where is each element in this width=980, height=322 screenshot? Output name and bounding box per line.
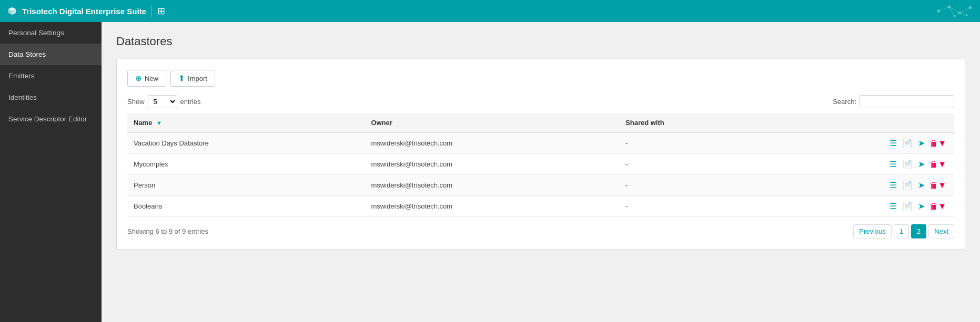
view-list-icon-btn[interactable]: ☰ [888, 201, 898, 211]
sidebar-item-service-descriptor-editor[interactable]: Service Descriptor Editor [0, 108, 102, 130]
topbar-divider [151, 5, 152, 17]
copy-icon-btn[interactable]: 📄 [901, 201, 914, 211]
import-button[interactable]: ⬆ Import [170, 70, 215, 87]
sidebar-item-emitters[interactable]: Emitters [0, 65, 102, 87]
previous-button[interactable]: Previous [853, 224, 892, 238]
share-icon-btn[interactable]: ➤ [916, 159, 926, 169]
cell-owner: mswiderski@trisotech.com [365, 154, 619, 175]
sort-icon: ▼ [156, 120, 162, 126]
svg-line-10 [954, 13, 959, 16]
page-1-button[interactable]: 1 [894, 224, 909, 238]
share-icon-btn[interactable]: ➤ [916, 201, 926, 211]
svg-line-9 [959, 13, 966, 15]
cell-shared-with: - [619, 132, 758, 154]
col-shared-with: Shared with [619, 113, 758, 132]
import-icon: ⬆ [178, 74, 185, 83]
view-list-icon-btn[interactable]: ☰ [888, 159, 898, 169]
cell-actions: ☰ 📄 ➤ 🗑▼ [758, 175, 954, 196]
pagination-summary: Showing 6 to 9 of 9 entries [127, 227, 208, 235]
col-owner: Owner [365, 113, 619, 132]
delete-icon-btn[interactable]: 🗑▼ [928, 160, 948, 169]
app-logo: Trisotech Digital Enterprise Suite [6, 5, 146, 17]
share-icon-btn[interactable]: ➤ [916, 180, 926, 190]
table-row: Vacation Days Datastore mswiderski@triso… [127, 132, 954, 154]
topbar: Trisotech Digital Enterprise Suite ⊞ [0, 0, 980, 22]
svg-line-6 [938, 7, 949, 11]
sidebar-item-personal-settings[interactable]: Personal Settings [0, 22, 102, 44]
sidebar-item-data-stores[interactable]: Data Stores [0, 44, 102, 65]
table-row: Mycomplex mswiderski@trisotech.com - ☰ 📄… [127, 154, 954, 175]
view-list-icon-btn[interactable]: ☰ [888, 180, 898, 190]
table-footer: Showing 6 to 9 of 9 entries Previous 1 2… [127, 224, 954, 238]
cell-shared-with: - [619, 175, 758, 196]
delete-icon-btn[interactable]: 🗑▼ [928, 139, 948, 148]
search-label: Search: [833, 98, 856, 106]
toolbar: ⊕ New ⬆ Import [127, 70, 954, 87]
cell-name: Person [127, 175, 365, 196]
copy-icon-btn[interactable]: 📄 [901, 180, 914, 190]
svg-line-8 [959, 7, 970, 13]
table-row: Booleans mswiderski@trisotech.com - ☰ 📄 … [127, 196, 954, 217]
cell-owner: mswiderski@trisotech.com [365, 175, 619, 196]
cell-actions: ☰ 📄 ➤ 🗑▼ [758, 132, 954, 154]
main-content: Datastores ⊕ New ⬆ Import Show 5 [102, 22, 980, 322]
copy-icon-btn[interactable]: 📄 [901, 138, 914, 148]
sidebar: Personal Settings Data Stores Emitters I… [0, 22, 102, 322]
delete-icon-btn[interactable]: 🗑▼ [928, 181, 948, 190]
cell-owner: mswiderski@trisotech.com [365, 132, 619, 154]
app-title: Trisotech Digital Enterprise Suite [22, 7, 146, 16]
sidebar-item-identities[interactable]: Identities [0, 87, 102, 108]
page-title: Datastores [116, 35, 965, 48]
search-input[interactable] [860, 95, 954, 108]
cell-owner: mswiderski@trisotech.com [365, 196, 619, 217]
page-2-button[interactable]: 2 [911, 224, 926, 238]
entries-per-page-select[interactable]: 5 10 25 50 100 [148, 95, 177, 108]
cell-name: Booleans [127, 196, 365, 217]
next-button[interactable]: Next [928, 224, 954, 238]
cell-name: Vacation Days Datastore [127, 132, 365, 154]
col-actions [758, 113, 954, 132]
copy-icon-btn[interactable]: 📄 [901, 159, 914, 169]
table-row: Person mswiderski@trisotech.com - ☰ 📄 ➤ … [127, 175, 954, 196]
cell-shared-with: - [619, 154, 758, 175]
delete-icon-btn[interactable]: 🗑▼ [928, 202, 948, 211]
table-controls: Show 5 10 25 50 100 entries Search: [127, 95, 954, 108]
datastores-card: ⊕ New ⬆ Import Show 5 10 25 50 [116, 59, 965, 250]
datastores-table: Name ▼ Owner Shared with Vacation Da [127, 113, 954, 217]
pagination: Previous 1 2 Next [853, 224, 954, 238]
cell-actions: ☰ 📄 ➤ 🗑▼ [758, 154, 954, 175]
grid-menu-icon[interactable]: ⊞ [157, 5, 165, 17]
cell-actions: ☰ 📄 ➤ 🗑▼ [758, 196, 954, 217]
cell-shared-with: - [619, 196, 758, 217]
search-box: Search: [833, 95, 954, 108]
svg-point-0 [937, 9, 940, 12]
network-decoration-icon [932, 3, 974, 19]
plus-icon: ⊕ [135, 74, 142, 83]
view-list-icon-btn[interactable]: ☰ [888, 138, 898, 148]
col-name[interactable]: Name ▼ [127, 113, 365, 132]
share-icon-btn[interactable]: ➤ [916, 138, 926, 148]
show-entries-control: Show 5 10 25 50 100 entries [127, 95, 201, 108]
cell-name: Mycomplex [127, 154, 365, 175]
logo-icon [6, 5, 18, 17]
new-button[interactable]: ⊕ New [127, 70, 166, 87]
